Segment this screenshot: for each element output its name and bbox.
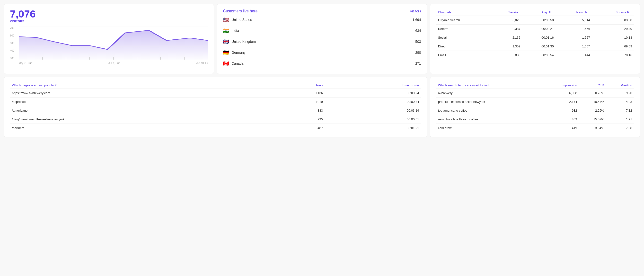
channel-avg-time: 00:01:16: [522, 33, 556, 42]
table-row: /partners 487 00:01:21: [10, 124, 421, 132]
channel-bounce: 69.69: [592, 42, 634, 51]
search-term: cold brew: [436, 124, 543, 132]
location-count: 1,694: [412, 18, 421, 22]
channel-sessions: 1,352: [490, 42, 522, 51]
search-term: premium espresso seller newyork: [436, 98, 543, 106]
location-row: 🇨🇦 Canada 271: [223, 58, 421, 69]
page-time: 00:03:19: [325, 106, 421, 115]
channel-avg-time: 00:00:54: [522, 51, 556, 60]
channel-name: Organic Search: [436, 16, 490, 24]
search-col-position: Position: [606, 82, 634, 89]
channel-sessions: 2,135: [490, 33, 522, 42]
channel-new-users: 1,067: [556, 42, 592, 51]
channel-avg-time: 00:01:30: [522, 42, 556, 51]
location-count: 271: [415, 62, 421, 66]
search-position: 7.08: [606, 124, 634, 132]
table-row: Email 883 00:00:54 444 70.16: [436, 51, 634, 60]
table-row: akbrewery 6,068 0.73% 9.20: [436, 89, 634, 98]
page-users: 1136: [269, 89, 325, 98]
search-col-term: Which search terms are used to find ...: [436, 82, 543, 89]
location-name: Germany: [232, 50, 246, 54]
location-name: United Kingdom: [232, 40, 256, 44]
location-row: 🇬🇧 United Kingdom 503: [223, 36, 421, 47]
page-url: /blog/premium-coffee-sellers-newyork: [10, 115, 269, 124]
flag-icon: 🇬🇧: [223, 39, 229, 44]
page-time: 00:00:44: [325, 98, 421, 106]
search-term: new chocolate flavour coffee: [436, 115, 543, 124]
flag-icon: 🇮🇳: [223, 28, 229, 34]
channels-col-bounce: Bounce R...: [592, 9, 634, 16]
table-row: Referral 2,387 00:02:21 1,666 29.49: [436, 24, 634, 33]
chart-fill: [19, 30, 208, 60]
page-url: /partners: [10, 124, 269, 132]
dashboard: 7,076 VISITORS 300 400 500 600 700: [4, 4, 640, 138]
location-name: India: [232, 29, 239, 32]
visitors-chart: 300 400 500 600 700: [10, 26, 208, 66]
channels-col-avg-time: Avg. Ti...: [522, 9, 556, 16]
channel-new-users: 1,757: [556, 33, 592, 42]
page-url: https://www.akbrewery.com: [10, 89, 269, 98]
location-count: 290: [415, 50, 421, 54]
channel-name: Referral: [436, 24, 490, 33]
table-row: top americano coffee 932 2.25% 7.12: [436, 106, 634, 115]
channel-new-users: 5,014: [556, 16, 592, 24]
pages-col-page: Which pages are most popular?: [10, 82, 269, 89]
search-ctr: 2.25%: [579, 106, 606, 115]
page-users: 295: [269, 115, 325, 124]
channel-bounce: 83.50: [592, 16, 634, 24]
chart-svg-container: [19, 26, 208, 60]
page-time: 00:00:51: [325, 115, 421, 124]
table-row: https://www.akbrewery.com 1136 00:00:24: [10, 89, 421, 98]
search-term: akbrewery: [436, 89, 543, 98]
channel-name: Direct: [436, 42, 490, 51]
page-users: 487: [269, 124, 325, 132]
page-url: /espresso: [10, 98, 269, 106]
location-row: 🇩🇪 Germany 290: [223, 47, 421, 58]
pages-col-users: Users: [269, 82, 325, 89]
channel-bounce: 10.13: [592, 33, 634, 42]
search-col-ctr: CTR: [579, 82, 606, 89]
page-users: 1019: [269, 98, 325, 106]
location-name: Canada: [232, 62, 243, 66]
pages-header-row: Which pages are most popular? Users Time…: [10, 82, 421, 89]
location-count: 503: [415, 40, 421, 44]
search-header-row: Which search terms are used to find ... …: [436, 82, 634, 89]
pages-card: Which pages are most popular? Users Time…: [4, 77, 427, 138]
flag-icon: 🇩🇪: [223, 50, 229, 56]
search-impressions: 6,068: [543, 89, 579, 98]
table-row: Direct 1,352 00:01:30 1,067 69.69: [436, 42, 634, 51]
channels-col-new-users: New Us...: [556, 9, 592, 16]
locations-header: Customers live here Visitors: [223, 9, 421, 13]
channel-new-users: 444: [556, 51, 592, 60]
channel-name: Social: [436, 33, 490, 42]
page-time: 00:01:21: [325, 124, 421, 132]
channel-name: Email: [436, 51, 490, 60]
pages-table: Which pages are most popular? Users Time…: [10, 82, 421, 132]
locations-list: 🇺🇸 United States 1,694 🇮🇳 India 634 🇬🇧 U…: [223, 14, 421, 69]
visitors-number: 7,076: [10, 9, 208, 19]
location-left: 🇨🇦 Canada: [223, 60, 243, 66]
channels-table: Channels Sessio... Avg. Ti... New Us... …: [436, 9, 634, 59]
visitors-label: VISITORS: [10, 20, 208, 22]
table-row: /blog/premium-coffee-sellers-newyork 295…: [10, 115, 421, 124]
location-left: 🇮🇳 India: [223, 28, 239, 34]
chart-svg: [19, 26, 208, 60]
search-position: 4.03: [606, 98, 634, 106]
search-body: akbrewery 6,068 0.73% 9.20 premium espre…: [436, 89, 634, 132]
search-ctr: 0.73%: [579, 89, 606, 98]
search-ctr: 3.34%: [579, 124, 606, 132]
search-position: 7.12: [606, 106, 634, 115]
channels-col-name: Channels: [436, 9, 490, 16]
search-term: top americano coffee: [436, 106, 543, 115]
search-position: 9.20: [606, 89, 634, 98]
channels-body: Organic Search 6,028 00:00:58 5,014 83.5…: [436, 16, 634, 60]
locations-card: Customers live here Visitors 🇺🇸 United S…: [217, 4, 427, 74]
location-row: 🇮🇳 India 634: [223, 25, 421, 36]
table-row: /americano 883 00:03:19: [10, 106, 421, 115]
channel-bounce: 29.49: [592, 24, 634, 33]
channel-sessions: 6,028: [490, 16, 522, 24]
search-table: Which search terms are used to find ... …: [436, 82, 634, 132]
table-row: Social 2,135 00:01:16 1,757 10.13: [436, 33, 634, 42]
search-impressions: 932: [543, 106, 579, 115]
search-impressions: 809: [543, 115, 579, 124]
